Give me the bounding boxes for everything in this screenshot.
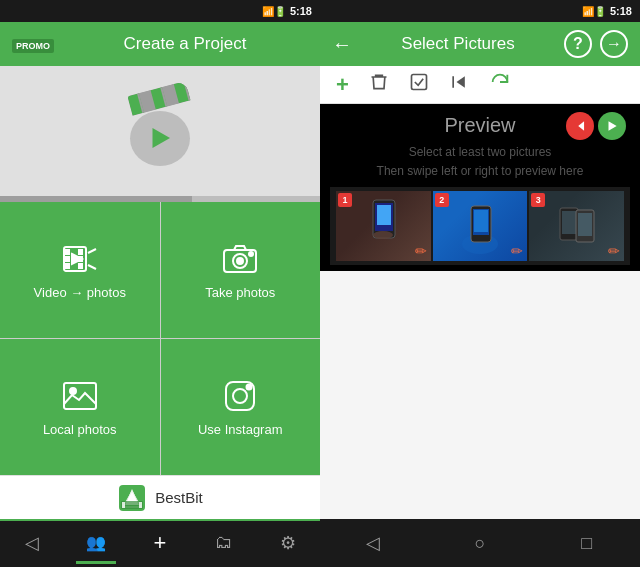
right-nav-home[interactable]: ○ [460, 523, 500, 563]
thumb-num-1: 1 [338, 193, 352, 207]
nav-groups[interactable]: 👥 [76, 524, 116, 564]
image-icon [62, 378, 98, 414]
right-status-bar: 📶🔋 5:18 [320, 0, 640, 22]
film-icon [62, 241, 98, 277]
nav-back[interactable]: ◁ [12, 524, 52, 564]
svg-point-19 [247, 384, 252, 389]
toolbar: + [320, 66, 640, 104]
right-header: ← Select Pictures ? → [320, 22, 640, 66]
bestbit-bar: BestBit [0, 475, 320, 519]
svg-rect-15 [64, 383, 96, 409]
left-time: 5:18 [290, 5, 312, 17]
folder-icon: 🗂 [215, 532, 233, 553]
svg-point-35 [373, 231, 393, 239]
groups-icon: 👥 [86, 533, 106, 552]
svg-rect-4 [66, 264, 69, 268]
svg-point-14 [249, 252, 253, 256]
preview-line1: Select at least two pictures [377, 143, 584, 162]
thumb-num-3: 3 [531, 193, 545, 207]
right-signal-icons: 📶🔋 [582, 6, 606, 17]
photo-thumb-3[interactable]: 3 ✏ [529, 191, 624, 261]
clap-body [130, 111, 190, 166]
thumb-num-2: 2 [435, 193, 449, 207]
svg-rect-43 [578, 213, 592, 236]
nav-folder[interactable]: 🗂 [204, 524, 244, 564]
left-bottom-nav: ◁ 👥 + 🗂 ⚙ [0, 519, 320, 567]
preview-line2: Then swipe left or right to preview here [377, 162, 584, 181]
thumb-edit-3[interactable]: ✏ [608, 243, 620, 259]
instagram-icon [222, 378, 258, 414]
svg-rect-3 [66, 257, 69, 261]
video-photos-label: Video → photos [34, 285, 126, 300]
right-panel: 📶🔋 5:18 ← Select Pictures ? → + Preview [320, 0, 640, 567]
svg-rect-7 [79, 264, 82, 268]
rewind-toolbar-icon[interactable] [449, 72, 469, 97]
svg-rect-27 [411, 75, 426, 90]
svg-point-13 [237, 258, 243, 264]
thumb-edit-2[interactable]: ✏ [511, 243, 523, 259]
svg-rect-26 [139, 502, 142, 508]
svg-line-10 [88, 265, 96, 269]
nav-add[interactable]: + [140, 524, 180, 564]
left-status-bar: 📶🔋 5:18 [0, 0, 320, 22]
phone-on-table-icon [358, 195, 408, 255]
more-button[interactable]: → [600, 30, 628, 58]
svg-rect-25 [122, 502, 125, 508]
rotate-toolbar-icon[interactable] [489, 71, 511, 98]
preview-back-button[interactable] [566, 112, 594, 140]
svg-marker-30 [578, 121, 584, 130]
right-header-title: Select Pictures [360, 34, 556, 54]
svg-point-16 [70, 388, 76, 394]
clapperboard-icon [125, 96, 195, 166]
back-button[interactable]: ← [332, 33, 352, 56]
left-header: PROMO Create a Project [0, 22, 320, 66]
use-instagram-button[interactable]: Use Instagram [161, 339, 321, 475]
promo-badge-wrapper: PROMO [12, 35, 54, 53]
svg-rect-34 [377, 205, 391, 225]
hand-holding-phone-icon [455, 196, 505, 256]
help-button[interactable]: ? [564, 30, 592, 58]
photo-thumb-1[interactable]: 1 ✏ [336, 191, 431, 261]
bestbit-label: BestBit [155, 489, 203, 506]
preview-section: Preview Select at least two pictures The… [320, 104, 640, 271]
preview-title: Preview [444, 114, 515, 137]
svg-rect-5 [79, 250, 82, 254]
svg-line-20 [236, 392, 244, 400]
use-instagram-label: Use Instagram [198, 422, 283, 437]
phones-stack-icon [552, 196, 602, 256]
svg-marker-0 [153, 128, 171, 148]
delete-toolbar-icon[interactable] [369, 72, 389, 97]
svg-rect-2 [66, 250, 69, 254]
svg-marker-8 [72, 254, 82, 264]
bestbit-icon [117, 483, 147, 513]
preview-title-row: Preview [330, 114, 630, 137]
local-photos-button[interactable]: Local photos [0, 339, 160, 475]
play-icon [145, 123, 175, 153]
check-toolbar-icon[interactable] [409, 72, 429, 97]
right-bottom-nav: ◁ ○ □ [320, 519, 640, 567]
add-icon: + [154, 530, 167, 556]
right-time: 5:18 [610, 5, 632, 17]
take-photos-label: Take photos [205, 285, 275, 300]
empty-area [320, 271, 640, 519]
thumb-edit-1[interactable]: ✏ [415, 243, 427, 259]
right-nav-square[interactable]: □ [567, 523, 607, 563]
photo-thumb-2[interactable]: 2 ✏ [433, 191, 528, 261]
photos-strip: 1 ✏ 2 ✏ [330, 187, 630, 265]
left-panel: 📶🔋 5:18 PROMO Create a Project [0, 0, 320, 567]
option-grid: Video → photos Take photos Local photos [0, 202, 320, 475]
video-photos-button[interactable]: Video → photos [0, 202, 160, 338]
back-icon: ◁ [25, 532, 39, 554]
promo-badge: PROMO [12, 39, 54, 53]
add-toolbar-icon[interactable]: + [336, 72, 349, 98]
nav-settings[interactable]: ⚙ [268, 524, 308, 564]
svg-marker-28 [456, 76, 464, 88]
settings-icon: ⚙ [280, 532, 296, 554]
svg-rect-39 [474, 210, 488, 232]
take-photos-button[interactable]: Take photos [161, 202, 321, 338]
preview-play-button[interactable] [598, 112, 626, 140]
clapperboard-preview [0, 66, 320, 196]
right-nav-back[interactable]: ◁ [353, 523, 393, 563]
svg-marker-31 [609, 121, 617, 130]
svg-rect-41 [562, 211, 576, 234]
